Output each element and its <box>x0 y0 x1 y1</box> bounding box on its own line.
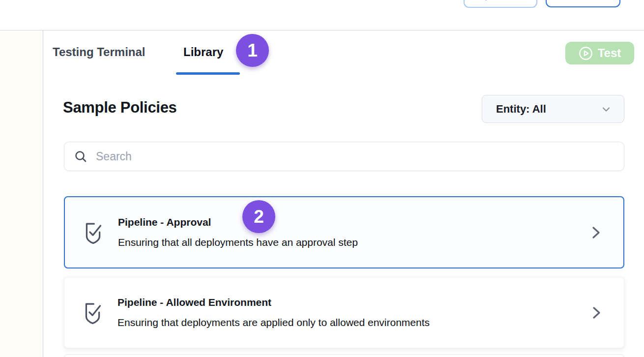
chevron-right-icon <box>591 305 602 321</box>
tab-library[interactable]: Library <box>183 45 223 59</box>
annotation-badge-2: 2 <box>242 200 275 233</box>
policy-card-partial[interactable] <box>64 354 624 357</box>
chevron-down-icon <box>600 103 612 115</box>
search-input[interactable] <box>96 150 614 163</box>
policy-title: Pipeline - Allowed Environment <box>117 297 430 308</box>
discard-button-label: Discard <box>564 0 602 1</box>
entity-filter-value: Entity: All <box>496 103 546 116</box>
left-sidebar-rail <box>0 30 43 357</box>
page-title: Sample Policies <box>63 99 177 117</box>
policy-card-pipeline-approval[interactable]: Pipeline - Approval Ensuring that all de… <box>64 196 624 268</box>
save-icon <box>485 0 487 0</box>
policy-description: Ensuring that all deployments have an ap… <box>118 237 358 248</box>
save-button-label: Save <box>492 0 516 1</box>
chevron-right-icon <box>591 225 602 240</box>
discard-button[interactable]: Discard <box>546 0 620 7</box>
shield-check-icon <box>82 219 104 246</box>
test-button[interactable]: Test <box>565 42 634 64</box>
search-bar <box>64 142 624 171</box>
entity-filter-dropdown[interactable]: Entity: All <box>482 95 624 123</box>
tab-testing-terminal[interactable]: Testing Terminal <box>53 45 145 59</box>
shield-check-icon <box>82 299 104 326</box>
policy-card-text: Pipeline - Allowed Environment Ensuring … <box>117 297 430 328</box>
policy-card-pipeline-allowed-environment[interactable]: Pipeline - Allowed Environment Ensuring … <box>64 277 624 348</box>
play-circle-icon <box>579 46 593 60</box>
search-icon <box>74 150 88 163</box>
policy-library-screen: Save Discard Testing Terminal Library 1 … <box>0 0 644 357</box>
policy-description: Ensuring that deployments are applied on… <box>117 317 430 328</box>
annotation-badge-1: 1 <box>236 34 269 67</box>
active-tab-underline <box>176 72 240 75</box>
policy-title: Pipeline - Approval <box>118 216 358 228</box>
save-button[interactable]: Save <box>464 0 537 8</box>
test-button-label: Test <box>598 46 621 60</box>
policy-card-text: Pipeline - Approval Ensuring that all de… <box>118 216 358 248</box>
top-bar: Save Discard <box>0 0 644 30</box>
